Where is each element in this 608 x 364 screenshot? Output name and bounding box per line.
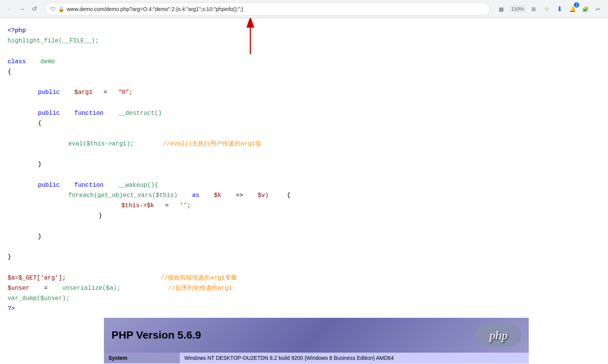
phpinfo-table: System Windows NT DESKTOP-OU2ETDN 6.2 bu…: [104, 353, 529, 364]
code-line-26: $unser = unserialize($a); //反序列化传递的arg1: [8, 283, 600, 294]
zero-string: "0";: [118, 89, 132, 96]
shield-icon: 🛡: [50, 6, 56, 12]
star-icon: ☆: [544, 6, 549, 12]
qr-button[interactable]: ▦: [496, 4, 507, 14]
unserialize-call: unserialize($a);: [62, 285, 121, 292]
v-var: $v): [258, 192, 269, 199]
code-line-18: $this->$k = '';: [8, 201, 600, 211]
bookmark-button[interactable]: ☆: [541, 4, 552, 14]
empty-string: '';: [180, 202, 191, 209]
equals-1: =: [104, 89, 107, 96]
code-line-28: ?>: [8, 304, 600, 314]
php-close-tag: ?>: [8, 305, 15, 312]
highlight-file-call: highlight_file(__FILE__);: [8, 37, 99, 44]
code-line-1: <?php: [8, 26, 600, 36]
code-line-5: {: [8, 67, 600, 77]
equals-2: =: [165, 202, 169, 209]
public-keyword-2: public: [38, 110, 60, 117]
notification-count: 1: [574, 2, 579, 8]
system-label: System: [104, 353, 180, 364]
code-line-4: class demo: [8, 57, 600, 67]
php-logo-text: php: [490, 328, 507, 342]
code-line-6: [8, 77, 600, 87]
close-brace-4: }: [8, 254, 11, 261]
code-line-7: public $arg1 = "0";: [8, 87, 600, 98]
code-block: <?php highlight_file(__FILE__); class de…: [8, 26, 600, 314]
code-line-21: }: [8, 232, 600, 242]
get-comment: //接收前端传递的arg1变量: [160, 275, 237, 281]
code-line-19: }: [8, 211, 600, 221]
code-line-2: highlight_file(__FILE__);: [8, 36, 600, 46]
phpinfo-panel: PHP Version 5.6.9 php System Windows NT …: [104, 318, 529, 364]
eval-call: eval($this->arg1);: [68, 141, 134, 147]
function-keyword-1: function: [74, 110, 104, 117]
phpinfo-header: PHP Version 5.6.9 php: [104, 318, 529, 353]
eval-comment: //eval()去执行用户传递的arg1值: [163, 141, 261, 147]
close-brace-3: }: [38, 233, 42, 240]
puzzle-icon: 🧩: [582, 6, 589, 12]
class-name: demo: [40, 58, 55, 65]
code-line-24: [8, 262, 600, 273]
reload-icon: ↺: [32, 5, 37, 12]
function-keyword-2: function: [74, 182, 104, 189]
table-row: System Windows NT DESKTOP-OU2ETDN 6.2 bu…: [104, 353, 529, 364]
code-line-11: [8, 129, 600, 139]
open-brace-3: {: [287, 192, 291, 199]
php-open-tag: <?php: [8, 27, 26, 34]
code-line-27: var_dump($unser);: [8, 294, 600, 304]
nav-buttons: ← → ↺: [5, 4, 39, 14]
history-back-button[interactable]: ↩: [593, 4, 603, 14]
this-k-assign: $this->$k: [121, 202, 154, 209]
extensions-icon: ⊞: [531, 6, 536, 12]
code-line-23: }: [8, 252, 600, 262]
back-icon: ←: [7, 6, 13, 12]
download-button[interactable]: ⬇: [554, 4, 565, 14]
open-brace-2: {: [38, 120, 42, 127]
as-keyword: as: [192, 192, 199, 199]
vardump-call: var_dump($unser);: [8, 295, 69, 302]
get-call: $a=$_GET['arg'];: [8, 275, 66, 281]
close-brace-1: }: [38, 161, 42, 168]
destruct-func: __destruct(): [118, 110, 162, 117]
extensions-button[interactable]: ⊞: [528, 4, 539, 14]
equals-3: =: [44, 285, 48, 292]
close-brace-2: }: [99, 212, 102, 219]
arrow-annotation: [245, 18, 256, 58]
k-var: $k: [214, 192, 221, 199]
code-line-16: public function __wakeup(){: [8, 180, 600, 191]
code-line-14: }: [8, 159, 600, 170]
open-brace-1: {: [8, 69, 11, 75]
code-line-22: [8, 242, 600, 252]
reload-button[interactable]: ↺: [29, 4, 39, 14]
code-line-20: [8, 222, 600, 232]
qr-icon: ▦: [499, 6, 504, 12]
unser-var: $unser: [8, 285, 30, 292]
code-area: <?php highlight_file(__FILE__); class de…: [0, 18, 608, 318]
phpinfo-title: PHP Version 5.6.9: [112, 329, 201, 341]
code-line-3: [8, 46, 600, 56]
foreach-call: foreach(get_object_vars($this): [68, 192, 178, 199]
notification-badge: 🔔 1: [567, 4, 578, 14]
wakeup-func: __wakeup(){: [118, 182, 158, 189]
public-keyword-3: public: [38, 182, 60, 189]
download-icon: ⬇: [557, 5, 562, 13]
address-bar[interactable]: 🛡 🔒 www.demo.com/demo.php?arg=O:4:"demo"…: [46, 3, 490, 16]
code-line-17: foreach(get_object_vars($this) as $k => …: [8, 191, 600, 201]
class-keyword: class: [8, 58, 26, 65]
lock-icon: 🔒: [58, 6, 64, 12]
public-keyword-1: public: [38, 89, 60, 96]
zoom-level: 110%: [509, 5, 526, 12]
back-button[interactable]: ←: [5, 4, 15, 14]
unserialize-comment: //反序列化传递的arg1: [168, 285, 233, 292]
arrow-op: =>: [236, 192, 243, 199]
code-line-8: [8, 98, 600, 108]
url-text: www.demo.com/demo.php?arg=O:4:"demo":2:{…: [67, 6, 485, 12]
php-logo: php: [476, 324, 521, 347]
history-back-icon: ↩: [596, 6, 600, 12]
forward-icon: →: [19, 6, 25, 12]
arg1-var: $arg1: [74, 89, 93, 96]
toolbar-right: ▦ 110% ⊞ ☆ ⬇ 🔔 1 🧩 ↩: [496, 4, 603, 14]
forward-button[interactable]: →: [17, 4, 27, 14]
code-line-9: public function __destruct(): [8, 108, 600, 119]
puzzle-button[interactable]: 🧩: [580, 4, 591, 14]
